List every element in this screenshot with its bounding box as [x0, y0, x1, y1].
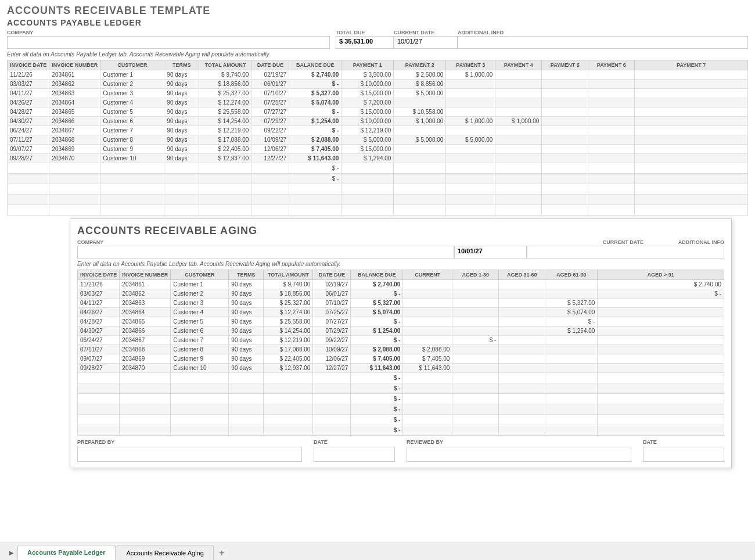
apl-cell: 04/26/27: [8, 98, 49, 107]
ara-cell: [403, 336, 452, 345]
ara-cell: Customer 10: [171, 364, 229, 373]
ara-cell: [545, 364, 598, 373]
apl-table-row: 04/11/272034863Customer 390 days$ 25,327…: [8, 89, 748, 98]
ara-cell: [545, 289, 598, 299]
ara-cell: $ 25,327.00: [264, 299, 313, 308]
apl-company-input[interactable]: [7, 36, 330, 49]
apl-current-date-label: CURRENT DATE: [394, 30, 458, 35]
ara-cell: 02/19/27: [313, 280, 351, 289]
apl-cell: 06/24/27: [8, 126, 49, 135]
tab-accounts-receivable-aging[interactable]: Accounts Receivable Aging: [117, 545, 214, 560]
apl-cell: 12/27/27: [251, 154, 289, 163]
ara-cell: $ 1,254.00: [545, 326, 598, 336]
apl-cell: [542, 145, 588, 154]
ara-cell: 09/07/27: [78, 354, 120, 364]
apl-cell: $ 5,074.00: [289, 98, 341, 107]
ara-cell: $ 14,254.00: [264, 326, 313, 336]
apl-cell: [588, 107, 635, 117]
apl-cell: 09/22/27: [251, 126, 289, 135]
ara-cell: [403, 289, 452, 299]
apl-cell: [446, 126, 495, 135]
apl-cell: 90 days: [164, 98, 199, 107]
apl-cell: 06/01/27: [251, 80, 289, 89]
ara-company-input[interactable]: [77, 246, 454, 259]
apl-cell: Customer 6: [100, 117, 164, 126]
apl-additional-info-input[interactable]: [458, 36, 748, 49]
prepared-by-input[interactable]: [77, 447, 302, 462]
ara-cell: 90 days: [229, 280, 264, 289]
ara-additional-info-input[interactable]: [527, 246, 724, 259]
ara-cell: 90 days: [229, 354, 264, 364]
ara-cell: 90 days: [229, 289, 264, 299]
ara-cell: [598, 299, 724, 308]
apl-cell: $ 10,558.00: [394, 107, 446, 117]
ara-current-date-value[interactable]: 10/01/27: [454, 246, 527, 259]
ara-cell: 2034868: [120, 345, 171, 354]
apl-cell: 2034867: [49, 126, 100, 135]
apl-cell: [446, 80, 495, 89]
ara-cell: [545, 336, 598, 345]
tab-accounts-payable-ledger[interactable]: Accounts Payable Ledger: [17, 545, 116, 560]
ara-cell: [598, 345, 724, 354]
ara-cell: 90 days: [229, 317, 264, 326]
ara-cell: Customer 9: [171, 354, 229, 364]
ara-cell: 90 days: [229, 364, 264, 373]
ara-cell: Customer 1: [171, 280, 229, 289]
apl-cell: $ 5,000.00: [394, 135, 446, 145]
apl-table-row: 11/21/262034861Customer 190 days$ 9,740.…: [8, 70, 748, 80]
apl-current-date-value[interactable]: 10/01/27: [394, 36, 458, 49]
apl-header-invoice-date: INVOICE DATE: [8, 60, 49, 70]
ara-cell: [499, 364, 545, 373]
apl-cell: [635, 80, 748, 89]
tab2-label: Accounts Receivable Aging: [127, 550, 204, 557]
ara-cell: [499, 299, 545, 308]
apl-cell: $ 1,000.00: [446, 117, 495, 126]
apl-cell: 07/29/27: [251, 117, 289, 126]
ara-table-row: 04/28/272034865Customer 590 days$ 25,558…: [78, 317, 724, 326]
nav-arrow-left[interactable]: ▶: [6, 545, 17, 560]
ara-cell: $ -: [351, 289, 403, 299]
ara-cell: Customer 5: [171, 317, 229, 326]
ara-cell: [452, 308, 499, 317]
reviewed-by-input[interactable]: [407, 447, 631, 462]
apl-cell: [495, 70, 542, 80]
apl-cell: $ 10,000.00: [341, 80, 394, 89]
prepared-date-input[interactable]: [314, 447, 395, 462]
apl-cell: $ 5,000.00: [446, 135, 495, 145]
ara-cell: 2034867: [120, 336, 171, 345]
apl-cell: $ 2,500.00: [394, 70, 446, 80]
apl-cell: [542, 80, 588, 89]
ara-cell: [499, 289, 545, 299]
ara-cell: [403, 317, 452, 326]
ara-header-invoice-date: INVOICE DATE: [78, 270, 120, 280]
apl-cell: 09/07/27: [8, 145, 49, 154]
apl-cell: [635, 98, 748, 107]
ara-cell: 12/27/27: [313, 364, 351, 373]
ara-header-invoice-number: INVOICE NUMBER: [120, 270, 171, 280]
ara-table-row: 04/30/272034866Customer 690 days$ 14,254…: [78, 326, 724, 336]
apl-cell: $ 14,254.00: [199, 117, 251, 126]
apl-table-row: 04/26/272034864Customer 490 days$ 12,274…: [8, 98, 748, 107]
ara-table-row: 04/11/272034863Customer 390 days$ 25,327…: [78, 299, 724, 308]
apl-empty-row: $ -: [8, 163, 748, 174]
ara-header-date-due: DATE DUE: [313, 270, 351, 280]
reviewed-date-input[interactable]: [643, 447, 724, 462]
ara-header-aged-31-60: AGED 31-60: [499, 270, 545, 280]
apl-cell: $ 7,200.00: [341, 98, 394, 107]
apl-header-balance-due: BALANCE DUE: [289, 60, 341, 70]
ara-cell: 10/09/27: [313, 345, 351, 354]
apl-cell: $ 1,000.00: [446, 70, 495, 80]
apl-header-invoice-number: INVOICE NUMBER: [49, 60, 100, 70]
apl-table-row: 03/03/272034862Customer 290 days$ 18,856…: [8, 80, 748, 89]
ara-cell: 2034866: [120, 326, 171, 336]
apl-table-row: 07/11/272034868Customer 890 days$ 17,088…: [8, 135, 748, 145]
reviewed-by-label: REVIEWED BY: [407, 439, 631, 445]
add-tab-button[interactable]: +: [215, 546, 229, 560]
ara-cell: [598, 364, 724, 373]
ara-cell: $ 12,274.00: [264, 308, 313, 317]
ara-cell: $ 1,254.00: [351, 326, 403, 336]
ara-cell: [598, 308, 724, 317]
ara-cell: [452, 317, 499, 326]
apl-cell: [542, 135, 588, 145]
ara-table-row: 06/24/272034867Customer 790 days$ 12,219…: [78, 336, 724, 345]
